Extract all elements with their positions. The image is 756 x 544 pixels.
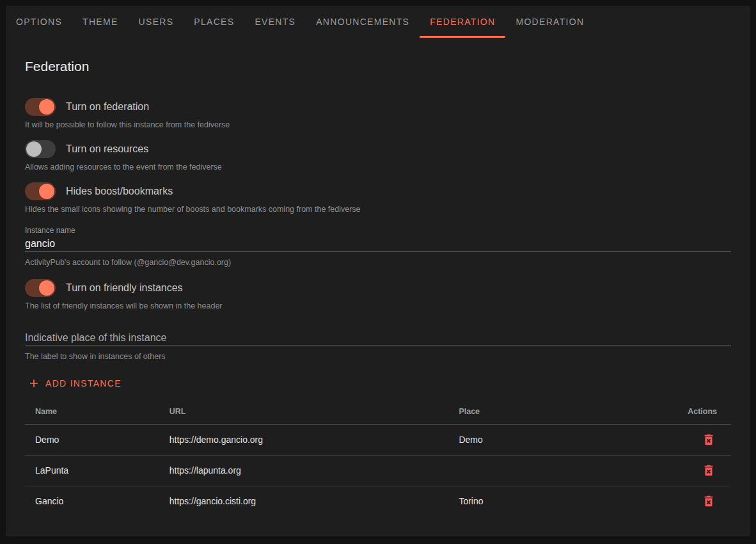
instance-table-row: LaPunta https://lapunta.org	[25, 455, 731, 486]
tab-label: USERS	[139, 17, 174, 27]
tab-options[interactable]: OPTIONS	[6, 6, 72, 38]
tab-label: PLACES	[194, 17, 234, 27]
federation-settings: Federation Turn on federation It will be…	[6, 60, 750, 516]
federation-toggle-label: Turn on federation	[66, 101, 149, 113]
instance-url-cell: https://demo.gancio.org	[159, 424, 449, 455]
trash-delete-icon	[702, 494, 716, 508]
instance-place-cell: Torino	[448, 486, 660, 516]
tab-label: THEME	[83, 17, 118, 27]
delete-instance-button[interactable]	[700, 462, 717, 479]
tab-theme[interactable]: THEME	[72, 6, 129, 38]
friendly-instances-toggle-label: Turn on friendly instances	[66, 282, 183, 294]
delete-instance-button[interactable]	[700, 431, 717, 448]
tab-bar: OPTIONS THEME USERS PLACES EVENTS ANNOUN…	[6, 6, 750, 38]
hide-boost-toggle-hint: Hides the small icons showing the number…	[25, 204, 731, 214]
tab-label: EVENTS	[255, 17, 295, 27]
hide-boost-toggle-label: Hides boost/bookmarks	[66, 186, 173, 197]
admin-settings-panel: OPTIONS THEME USERS PLACES EVENTS ANNOUN…	[6, 6, 750, 536]
tab-label: FEDERATION	[430, 17, 495, 27]
tab-places[interactable]: PLACES	[184, 6, 244, 38]
instance-actions-cell	[661, 424, 731, 455]
tab-label: MODERATION	[516, 17, 584, 27]
instance-url-cell: https://lapunta.org	[159, 455, 449, 486]
header-name: Name	[25, 399, 159, 424]
resources-toggle[interactable]	[25, 140, 56, 158]
instance-name-cell: Gancio	[25, 486, 159, 516]
instance-name-field: Instance name ActivityPub's account to f…	[25, 226, 731, 268]
instance-place-cell	[448, 455, 660, 486]
instance-name-label: Instance name	[25, 226, 731, 236]
active-tab-underline	[420, 36, 505, 38]
tab-announcements[interactable]: ANNOUNCEMENTS	[306, 6, 420, 38]
instance-name-cell: Demo	[25, 424, 159, 455]
instance-actions-cell	[661, 455, 731, 486]
tab-label: ANNOUNCEMENTS	[316, 17, 409, 27]
instance-actions-cell	[661, 486, 731, 516]
instance-name-input[interactable]	[25, 237, 731, 252]
resources-toggle-section: Turn on resources Allows adding resource…	[25, 140, 731, 172]
instances-table-body: Demo https://demo.gancio.org Demo LaPunt…	[25, 424, 731, 516]
toggle-knob	[39, 184, 54, 199]
tab-federation[interactable]: FEDERATION	[420, 6, 505, 38]
instance-table-row: Demo https://demo.gancio.org Demo	[25, 424, 731, 455]
instance-place-input[interactable]	[25, 332, 731, 346]
instance-place-cell: Demo	[448, 424, 660, 455]
instance-place-field: The label to show in instances of others	[25, 332, 731, 362]
federation-toggle[interactable]	[25, 98, 56, 116]
add-instance-button-label: ADD INSTANCE	[45, 378, 122, 388]
instance-place-hint: The label to show in instances of others	[25, 351, 731, 362]
federation-toggle-hint: It will be possible to follow this insta…	[25, 120, 731, 130]
resources-toggle-label: Turn on resources	[66, 143, 148, 155]
boost-toggle-section: Hides boost/bookmarks Hides the small ic…	[25, 182, 731, 214]
hide-boost-toggle[interactable]	[25, 182, 56, 200]
federation-toggle-section: Turn on federation It will be possible t…	[25, 98, 731, 130]
plus-icon	[28, 377, 40, 390]
trash-delete-icon	[702, 463, 716, 477]
tab-label: OPTIONS	[16, 17, 62, 27]
header-actions: Actions	[661, 399, 731, 424]
friendly-instances-toggle-hint: The list of friendly instances will be s…	[25, 301, 731, 311]
resources-toggle-hint: Allows adding resources to the event fro…	[25, 162, 731, 172]
toggle-knob	[26, 141, 42, 157]
delete-instance-button[interactable]	[700, 493, 717, 509]
instance-name-hint: ActivityPub's account to follow (@gancio…	[25, 257, 731, 268]
friendly-instances-toggle[interactable]	[25, 279, 56, 297]
tab-users[interactable]: USERS	[129, 6, 184, 38]
table-header-row: Name URL Place Actions	[25, 399, 731, 424]
add-instance-button[interactable]: ADD INSTANCE	[25, 376, 124, 391]
instance-name-cell: LaPunta	[25, 455, 159, 486]
trash-delete-icon	[702, 433, 716, 447]
header-place: Place	[448, 399, 660, 424]
toggle-knob	[39, 99, 54, 115]
instance-url-cell: https://gancio.cisti.org	[159, 486, 449, 516]
toggle-knob	[39, 280, 54, 296]
instance-table-row: Gancio https://gancio.cisti.org Torino	[25, 486, 731, 516]
friendly-instances-toggle-section: Turn on friendly instances The list of f…	[25, 279, 731, 311]
page-title: Federation	[25, 60, 731, 74]
tab-moderation[interactable]: MODERATION	[505, 6, 594, 38]
tab-events[interactable]: EVENTS	[244, 6, 306, 38]
header-url: URL	[159, 399, 449, 424]
friendly-instances-table: Name URL Place Actions Demo https://demo…	[25, 399, 731, 516]
